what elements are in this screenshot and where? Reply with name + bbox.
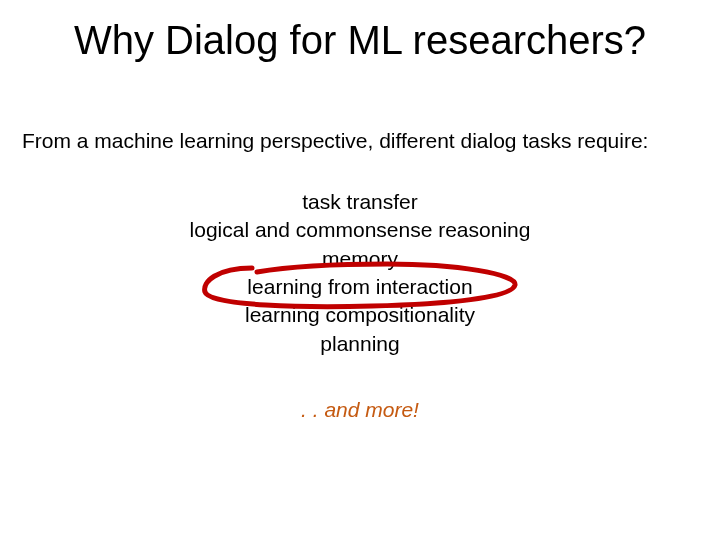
slide: Why Dialog for ML researchers? From a ma… [0,0,720,540]
list-item: learning from interaction [0,273,720,301]
list-item: logical and commonsense reasoning [0,216,720,244]
list-item: task transfer [0,188,720,216]
slide-title: Why Dialog for ML researchers? [0,18,720,63]
slide-subtitle: From a machine learning perspective, dif… [22,129,698,153]
list-item: memory [0,245,720,273]
slide-footer: . . and more! [0,398,720,422]
requirements-list: task transfer logical and commonsense re… [0,188,720,358]
list-item: planning [0,330,720,358]
list-item: learning compositionality [0,301,720,329]
